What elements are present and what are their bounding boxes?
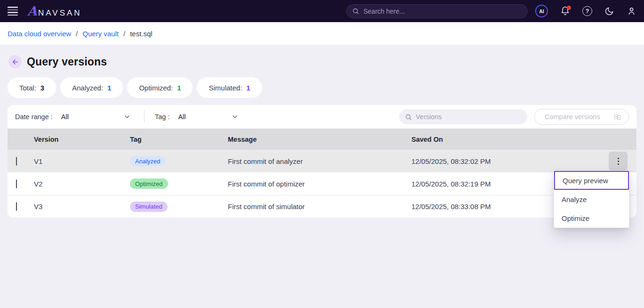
- arrow-left-icon: [12, 58, 19, 65]
- stat-chip-optimized: Optimized: 1: [127, 77, 193, 98]
- notifications-button[interactable]: [560, 6, 570, 16]
- topbar-icons: AI ?: [535, 5, 636, 17]
- cell-message: First commit of simulator: [228, 203, 411, 211]
- cell-version: V2: [34, 180, 130, 188]
- breadcrumb-current: test.sql: [130, 30, 153, 38]
- breadcrumb-link-data-cloud-overview[interactable]: Data cloud overview: [8, 30, 71, 38]
- table-row: V2 Optimized First commit of optimizer 1…: [8, 172, 636, 195]
- compare-versions-label: Compare versions: [545, 113, 600, 121]
- menu-icon: [8, 7, 18, 8]
- search-icon: [405, 113, 412, 121]
- cell-version: V3: [34, 203, 130, 211]
- breadcrumb: Data cloud overview / Query vault / test…: [0, 22, 644, 45]
- row-actions-menu: Query preview Analyze Optimize: [554, 170, 629, 228]
- user-icon: [627, 6, 636, 16]
- compare-versions-button[interactable]: Compare versions: [534, 109, 629, 125]
- table-header: Version Tag Message Saved On: [8, 129, 636, 150]
- date-range-dropdown[interactable]: Date range : All: [15, 113, 131, 121]
- stat-value: 1: [177, 84, 181, 92]
- breadcrumb-separator: /: [76, 30, 78, 38]
- cell-message: First commit of optimizer: [228, 180, 411, 188]
- table-row: V3 Simulated First commit of simulator 1…: [8, 195, 636, 218]
- menu-item-analyze[interactable]: Analyze: [554, 190, 629, 209]
- breadcrumb-link-query-vault[interactable]: Query vault: [82, 30, 119, 38]
- global-search: [346, 4, 528, 18]
- stat-value: 1: [107, 84, 111, 92]
- breadcrumb-separator: /: [123, 30, 125, 38]
- tag-dropdown[interactable]: Tag : All: [155, 113, 239, 121]
- column-header-saved-on: Saved On: [411, 136, 606, 143]
- versions-search-input[interactable]: [416, 113, 522, 121]
- filter-divider: [144, 111, 145, 123]
- page: A NAVSAN AI ? Data: [0, 0, 644, 308]
- title-row: Query versions: [8, 55, 636, 68]
- row-actions-kebab-button[interactable]: [609, 152, 628, 170]
- cell-message: First commit of analyzer: [228, 157, 411, 165]
- hamburger-menu-button[interactable]: [8, 6, 20, 16]
- row-checkbox[interactable]: [16, 202, 17, 211]
- notification-dot: [567, 6, 571, 10]
- compare-icon: [613, 113, 621, 121]
- ai-icon: AI: [535, 5, 548, 17]
- question-icon: ?: [582, 6, 592, 16]
- chevron-down-icon: [231, 113, 239, 121]
- tag-value: All: [178, 113, 185, 121]
- brand-logo[interactable]: A NAVSAN: [27, 5, 82, 18]
- search-icon: [352, 8, 359, 15]
- date-range-label: Date range :: [15, 113, 53, 121]
- stat-value: 1: [246, 84, 250, 92]
- tag-badge: Optimized: [130, 178, 168, 189]
- menu-item-query-preview[interactable]: Query preview: [554, 171, 629, 190]
- moon-icon: [604, 6, 614, 16]
- row-checkbox[interactable]: [16, 157, 17, 166]
- stat-label: Total:: [19, 84, 36, 92]
- chevron-down-icon: [123, 113, 131, 121]
- stat-chip-simulated: Simulated: 1: [197, 77, 262, 98]
- back-button[interactable]: [8, 55, 22, 68]
- column-header-version: Version: [34, 136, 130, 143]
- topbar: A NAVSAN AI ?: [0, 0, 644, 22]
- stat-chip-analyzed: Analyzed: 1: [60, 77, 123, 98]
- stat-value: 3: [40, 84, 44, 92]
- row-checkbox[interactable]: [16, 179, 17, 188]
- logo-a-icon: A: [27, 5, 37, 17]
- theme-toggle-button[interactable]: [604, 6, 614, 16]
- column-header-tag: Tag: [130, 136, 228, 143]
- column-header-message: Message: [228, 136, 411, 143]
- tag-badge: Simulated: [130, 202, 168, 212]
- menu-item-optimize[interactable]: Optimize: [554, 209, 629, 227]
- brand-name: NAVSAN: [38, 8, 82, 18]
- versions-panel: Date range : All Tag : All Compare versi…: [8, 105, 636, 218]
- stat-label: Simulated:: [209, 84, 242, 92]
- global-search-input[interactable]: [363, 8, 522, 15]
- help-button[interactable]: ?: [582, 6, 592, 16]
- tag-label: Tag :: [155, 113, 169, 121]
- stat-chip-total: Total: 3: [8, 77, 56, 98]
- date-range-value: All: [61, 113, 69, 121]
- filter-bar: Date range : All Tag : All Compare versi…: [8, 105, 636, 129]
- cell-version: V1: [34, 157, 130, 165]
- ai-assistant-button[interactable]: AI: [535, 5, 548, 17]
- kebab-icon: [618, 158, 619, 159]
- table-row: V1 Analyzed First commit of analyzer 12/…: [8, 150, 636, 172]
- versions-search: [399, 109, 527, 124]
- page-title: Query versions: [27, 56, 107, 68]
- stat-label: Analyzed:: [72, 84, 103, 92]
- tag-badge: Analyzed: [130, 156, 165, 166]
- stats-row: Total: 3 Analyzed: 1 Optimized: 1 Simula…: [8, 77, 636, 98]
- profile-button[interactable]: [627, 6, 636, 16]
- stat-label: Optimized:: [139, 84, 173, 92]
- cell-saved-on: 12/05/2025, 08:32:02 PM: [411, 157, 606, 165]
